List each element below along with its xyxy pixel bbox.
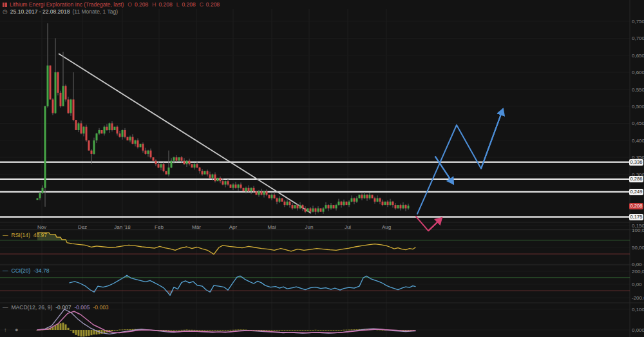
cci-legend-marker: — xyxy=(3,267,8,274)
range-legend: ◷ 25.10.2017 - 22.08.2018 (11 Monate, 1 … xyxy=(3,8,118,15)
low-value: 0.208 xyxy=(182,1,195,8)
level-price-tag: 0,175 xyxy=(629,214,643,220)
macd-legend[interactable]: — MACD(12, 26, 9) -0.007 -0.005 -0.003 xyxy=(3,304,109,311)
high-label: H xyxy=(152,1,156,8)
macd-line-value: -0.005 xyxy=(74,304,90,311)
symbol-legend[interactable]: Lithium Energi Exploration Inc (Tradegat… xyxy=(3,1,220,8)
close-label: C xyxy=(200,1,204,8)
date-range: 25.10.2017 - 22.08.2018 xyxy=(10,8,70,15)
range-duration: (11 Monate, 1 Tag) xyxy=(73,8,118,15)
time-axis-label: Apr xyxy=(223,224,243,230)
time-axis-label: Feb xyxy=(149,224,169,230)
macd-legend-name: MACD(12, 26, 9) xyxy=(12,304,53,311)
price-tick-label: 0,700 xyxy=(632,35,644,41)
open-value: 0.208 xyxy=(135,1,148,8)
rsi-tick-label: 50,00 xyxy=(632,245,644,251)
last-price-tag: 0,208 xyxy=(629,203,643,209)
level-price-tag: 0,249 xyxy=(629,189,643,195)
macd-legend-marker: — xyxy=(3,304,8,311)
time-axis-label: Nov xyxy=(32,224,52,230)
time-axis-label: Dez xyxy=(73,224,92,230)
price-tick-label: 0,400 xyxy=(632,138,644,144)
price-tick-label: 0,600 xyxy=(632,70,644,75)
price-tick-label: 0,500 xyxy=(632,104,644,110)
time-axis-label: Mär xyxy=(187,224,206,230)
price-tick-label: 0,550 xyxy=(632,87,644,93)
time-axis-label: Jul xyxy=(338,224,357,230)
dot-icon-button[interactable]: ● xyxy=(15,327,18,333)
time-axis-label: Aug xyxy=(377,224,396,230)
rsi-legend[interactable]: — RSI(14) 48.97 xyxy=(3,232,47,238)
macd-hist-value: -0.007 xyxy=(55,304,71,311)
price-tick-label: 0,450 xyxy=(632,120,644,126)
arrow-up-button[interactable]: ↑ xyxy=(4,327,7,333)
time-axis-label: Mai xyxy=(262,224,281,230)
rsi-tick-label: 100,00 xyxy=(632,227,644,233)
macd-signal-value: -0.003 xyxy=(93,304,109,311)
cci-legend[interactable]: — CCI(20) -34.78 xyxy=(3,267,49,274)
level-price-tag: 0,286 xyxy=(629,176,643,182)
clock-icon: ◷ xyxy=(3,8,8,15)
rsi-tick-label: 0,00 xyxy=(632,262,642,267)
cci-tick-label: 0,00 xyxy=(632,282,642,287)
rsi-legend-value: 48.97 xyxy=(33,232,47,238)
close-value: 0.208 xyxy=(206,1,220,8)
open-label: O xyxy=(128,1,132,8)
low-label: L xyxy=(176,1,180,8)
rsi-legend-marker: — xyxy=(3,232,8,238)
chart-window: Lithium Energi Exploration Inc (Tradegat… xyxy=(0,0,644,337)
rsi-legend-name: RSI(14) xyxy=(12,232,30,238)
macd-tick-label: 0,100 xyxy=(632,307,644,313)
chart-canvas[interactable] xyxy=(0,0,644,337)
candlestick-series xyxy=(37,23,410,215)
level-price-tag: 0,336 xyxy=(629,159,643,166)
time-axis-label: Jan '18 xyxy=(113,224,132,230)
cci-tick-label: -200,00 xyxy=(632,295,644,301)
cci-tick-label: 200,00 xyxy=(632,269,644,274)
cci-legend-value: -34.78 xyxy=(33,267,49,274)
macd-tick-label: 0,000 xyxy=(632,327,644,333)
price-tick-label: 0,750 xyxy=(632,19,644,24)
time-axis-label: Jun xyxy=(299,224,319,230)
cci-legend-name: CCI(20) xyxy=(12,267,31,274)
high-value: 0.208 xyxy=(158,1,172,8)
price-tick-label: 0,650 xyxy=(632,53,644,59)
symbol-title: Lithium Energi Exploration Inc (Tradegat… xyxy=(10,1,124,8)
symbol-icon xyxy=(3,3,7,7)
